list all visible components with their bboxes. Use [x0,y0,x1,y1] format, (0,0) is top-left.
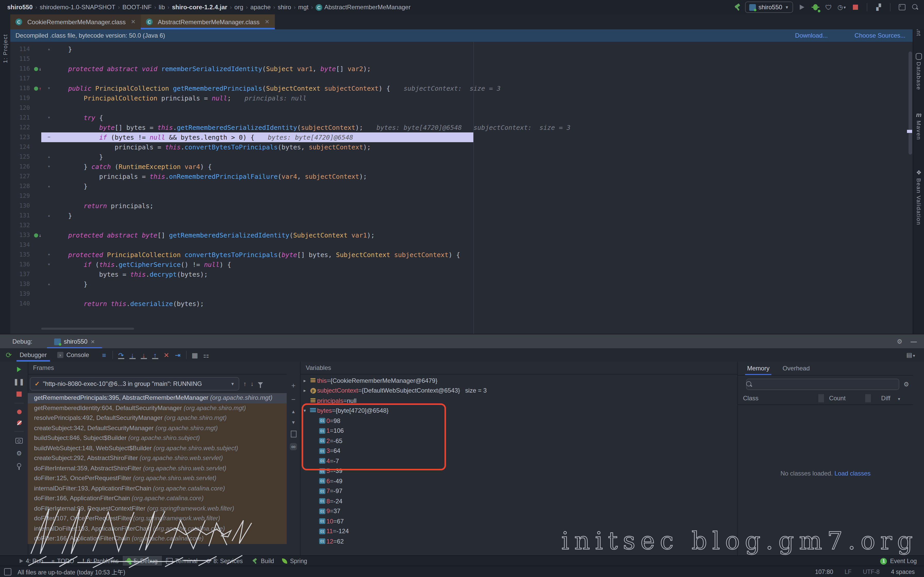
column-diff[interactable]: Diff ▼ [871,395,901,402]
editor-hscrollbar[interactable] [41,328,134,330]
line-number[interactable]: 139 [10,289,34,299]
thread-dump-icon[interactable] [16,438,23,443]
column-count[interactable]: Count [824,395,865,402]
variable-row[interactable]: 017 = -97 [300,486,738,496]
duplicate-icon[interactable] [291,431,296,437]
frame-row[interactable]: internalDoFilter:193, ApplicationFilterC… [28,484,287,493]
line-ending[interactable]: LF [845,569,851,575]
force-step-into-icon[interactable]: ↓ [138,350,150,360]
filter-icon[interactable] [258,382,263,385]
variable-row[interactable]: 019 = 37 [300,506,738,516]
frame-row[interactable]: getRememberedPrincipals:395, AbstractRem… [28,393,287,403]
frame-row[interactable]: doFilter:166, ApplicationFilterChain (or… [28,493,287,504]
toolwindow-button--problems[interactable]: !6: Problems [78,556,123,566]
memory-search-input[interactable] [746,379,899,390]
step-out-icon[interactable]: ↑ [150,350,161,360]
variable-row[interactable]: 0110 = 67 [300,516,738,526]
variable-row[interactable]: ▸psubjectContext = {DefaultWebSubjectCon… [300,385,738,396]
toolwindow-button-spring[interactable]: Spring [278,556,312,566]
memory-settings-gear-icon[interactable]: ⚙ [903,381,909,388]
run-to-cursor-icon[interactable]: ⇥ [172,350,184,360]
show-watches-icon[interactable]: ∞ [289,443,297,450]
toolwindow-button--run[interactable]: 4: Run [16,556,47,566]
search-everywhere-icon[interactable] [911,3,920,12]
variable-row[interactable]: ▾bytes = {byte[4720]@6548} [300,406,738,416]
fold-marker[interactable]: ▴ [45,44,53,54]
pause-icon[interactable]: ❚❚ [13,378,25,385]
remove-watch-icon[interactable]: − [291,395,296,403]
frame-row[interactable]: doFilter:125, OncePerRequestFilter (org.… [28,474,287,484]
line-number[interactable]: 130 [10,201,34,211]
line-number[interactable]: 115 [10,54,34,64]
fold-marker[interactable]: ▾ [45,259,53,269]
breadcrumb-item[interactable]: apache [250,3,271,11]
line-number[interactable]: 138 [10,279,34,289]
fold-marker[interactable]: ▾ [45,250,53,259]
toolwindow-button-terminal[interactable]: Terminal [162,556,202,566]
line-number[interactable]: 121 [10,113,34,122]
caret-position[interactable]: 107:80 [815,569,833,575]
breadcrumb-item[interactable]: mgt [298,3,309,11]
variable-row[interactable]: 011 = 106 [300,426,738,436]
move-down-icon[interactable]: ▼ [291,420,296,425]
file-encoding[interactable]: UTF-8 [863,569,880,575]
pin-icon[interactable] [17,463,21,467]
line-number[interactable]: 117 [10,74,34,84]
frame-row[interactable]: buildWebSubject:148, WebSubject$Builder … [28,443,287,453]
tab-memory[interactable]: Memory [745,362,772,375]
breadcrumb-item[interactable]: BOOT-INF [123,3,152,11]
toolwindow-button-build[interactable]: Build [247,556,278,566]
profiler-icon[interactable]: ◷▼ [837,3,846,12]
move-up-icon[interactable]: ▲ [291,409,296,414]
fold-marker[interactable]: ▴ [45,279,53,289]
restore-layout-icon[interactable]: ▤▼ [906,351,916,359]
breadcrumb-item[interactable]: CAbstractRememberMeManager [315,3,411,11]
breadcrumb-item[interactable]: shiro550 [7,3,33,11]
run-button[interactable] [797,3,806,12]
breadcrumb-item[interactable]: shirodemo-1.0-SNAPSHOT [40,3,115,11]
settings-layout-icon[interactable]: ⚏ [200,350,212,360]
fold-marker[interactable]: ▴ [45,211,53,221]
fold-marker[interactable]: ▾ [45,162,53,172]
frame-row[interactable]: doFilterInternal:99, RequestContextFilte… [28,504,287,514]
frame-row[interactable]: resolvePrincipals:492, DefaultSecurityMa… [28,413,287,423]
close-icon[interactable]: ✕ [265,19,270,25]
run-configuration-selector[interactable]: shiro550 ▼ [745,2,793,13]
fold-marker[interactable]: ▴ [45,152,53,162]
variable-row[interactable]: 0112 = 62 [300,536,738,546]
line-number[interactable]: 119 [10,93,34,103]
line-number[interactable]: 125 [10,152,34,162]
line-number[interactable]: 120 [10,103,34,113]
variable-row[interactable]: 014 = -7 [300,456,738,466]
mute-breakpoints-icon[interactable] [17,421,21,425]
line-number[interactable]: 131 [10,211,34,221]
tab-abstractremembermemanager[interactable]: C AbstractRememberMeManager.class ✕ [141,15,275,29]
breadcrumb-item[interactable]: org [234,3,243,11]
tab-console[interactable]: › Console [52,348,94,362]
build-icon[interactable] [734,3,741,11]
column-class[interactable]: Class [738,395,759,402]
variable-row[interactable]: 016 = -49 [300,476,738,486]
frame-row[interactable]: buildSubject:846, Subject$Builder (org.a… [28,433,287,443]
line-number[interactable]: 135 [10,250,34,259]
rerun-icon[interactable]: ⟳ [3,350,15,360]
sidebar-item-maven[interactable]: mMaven [913,111,924,140]
variable-row[interactable]: 015 = -39 [300,466,738,476]
code-editor[interactable]: 114▴ }115116↓ protected abstract void re… [10,42,913,334]
line-number[interactable]: 123 [10,132,34,142]
variable-row[interactable]: principals = null [300,396,738,406]
toolwindow-button-todo[interactable]: ≡TODO [47,556,78,566]
stop-button[interactable] [851,3,860,12]
hide-icon[interactable]: — [911,338,917,345]
choose-sources-link[interactable]: Choose Sources... [855,32,905,39]
frame-row[interactable]: doFilter:107, OncePerRequestFilter (org.… [28,514,287,524]
line-number[interactable]: 127 [10,172,34,181]
breadcrumb-item[interactable]: shiro-core-1.2.4.jar [172,3,228,11]
toolwindow-button--services[interactable]: ⚙8: Services [202,556,247,566]
frame-row[interactable]: getRememberedIdentity:604, DefaultSecuri… [28,403,287,413]
run-anything-icon[interactable] [897,3,906,12]
fold-marker[interactable]: ▾ [45,84,53,93]
settings-gear-icon[interactable]: ⚙ [897,338,902,345]
load-classes-link[interactable]: Load classes [835,470,871,477]
frame-row[interactable]: createSubject:342, DefaultSecurityManage… [28,423,287,433]
